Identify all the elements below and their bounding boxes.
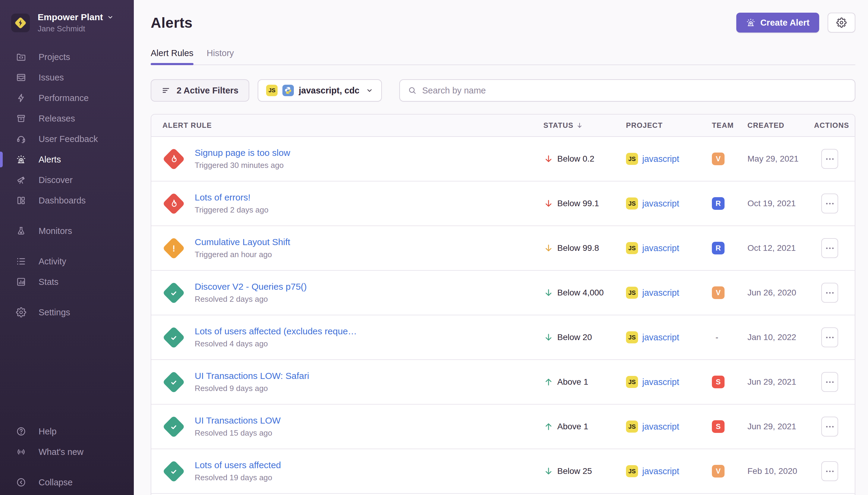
javascript-badge-icon: JS (626, 153, 638, 165)
project-link[interactable]: javascript (642, 422, 679, 432)
chevron-down-icon (107, 14, 114, 21)
sidebar-item-label: User Feedback (39, 134, 98, 144)
alert-rule-link[interactable]: Cumulative Layout Shift (195, 237, 290, 247)
team-badge[interactable]: V (712, 286, 725, 299)
help-icon (16, 426, 26, 437)
sidebar-item-label: Releases (39, 114, 75, 124)
row-actions-button[interactable] (821, 416, 838, 437)
row-actions-button[interactable] (821, 461, 838, 481)
team-badge[interactable]: S (712, 376, 725, 388)
exclamation-icon (169, 243, 179, 253)
settings-button[interactable] (828, 13, 855, 33)
row-actions-button[interactable] (821, 238, 838, 258)
sidebar-item-monitors[interactable]: Monitors (0, 221, 134, 241)
table-row: Signup page is too slowTriggered 30 minu… (151, 137, 855, 182)
search-input[interactable] (422, 86, 847, 96)
sidebar-item-stats[interactable]: Stats (0, 272, 134, 292)
team-cell: R (712, 242, 747, 254)
alert-rule-link[interactable]: UI Transactions LOW (195, 415, 281, 426)
column-header-actions[interactable]: Actions (814, 121, 855, 130)
created-date: Jan 10, 2022 (747, 332, 814, 342)
project-link[interactable]: javascript (642, 377, 679, 387)
status-threshold: Above 1 (557, 422, 588, 431)
alert-rule-link[interactable]: Discover V2 - Queries p75() (195, 281, 307, 292)
project-link[interactable]: javascript (642, 288, 679, 298)
row-actions-button[interactable] (821, 372, 838, 392)
dashboards-icon (16, 195, 26, 206)
fire-icon (169, 154, 179, 164)
org-header[interactable]: Empower Plant Jane Schmidt (0, 0, 134, 33)
table-row: Discover V2 - Queries p75()Resolved 2 da… (151, 271, 855, 315)
chevron-down-icon (366, 86, 374, 95)
alert-rule-link[interactable]: Lots of errors! (195, 192, 268, 203)
status-cell: Below 20 (543, 332, 626, 342)
whatsnew-icon (16, 447, 26, 457)
table-row: Lots of users affectedResolved 19 days a… (151, 449, 855, 494)
sidebar-item-discover[interactable]: Discover (0, 170, 134, 190)
alert-rule-link[interactable]: Lots of users affected (excludes reque… (195, 326, 357, 337)
alert-rules-table: Alert RuleStatusProjectTeamCreatedAction… (151, 114, 855, 495)
project-link[interactable]: javascript (642, 243, 679, 253)
page-title: Alerts (151, 15, 193, 31)
team-badge[interactable]: V (712, 465, 725, 478)
sidebar-item-issues[interactable]: Issues (0, 67, 134, 88)
alert-rule-status-text: Resolved 15 days ago (195, 428, 281, 438)
team-badge[interactable]: R (712, 197, 725, 210)
sidebar-item-dashboards[interactable]: Dashboards (0, 190, 134, 211)
tab-alert-rules[interactable]: Alert Rules (151, 48, 193, 65)
active-filters-button[interactable]: 2 Active Filters (151, 79, 249, 102)
sidebar-item-performance[interactable]: Performance (0, 88, 134, 108)
project-link[interactable]: javascript (642, 199, 679, 209)
severity-resolved-icon (162, 460, 185, 483)
column-header-project[interactable]: Project (626, 121, 712, 130)
status-threshold: Below 99.1 (557, 199, 599, 208)
sidebar-item-alerts[interactable]: Alerts (0, 149, 134, 170)
row-actions-button[interactable] (821, 283, 838, 303)
row-actions-button[interactable] (821, 149, 838, 169)
project-cell: JSjavascript (626, 198, 712, 209)
sidebar-item-collapse[interactable]: Collapse (0, 472, 134, 493)
row-actions-button[interactable] (821, 193, 838, 214)
alert-rule-status-text: Triggered 2 days ago (195, 205, 268, 215)
sidebar-item-user-feedback[interactable]: User Feedback (0, 129, 134, 149)
table-row: Lots of errors!Triggered 2 days agoBelow… (151, 182, 855, 226)
arrow-down-icon (543, 243, 554, 253)
column-header-status[interactable]: Status (543, 121, 626, 130)
column-header-team[interactable]: Team (712, 121, 747, 130)
alert-rule-link[interactable]: Lots of users affected (195, 460, 281, 470)
alert-rule-link[interactable]: Signup page is too slow (195, 148, 290, 158)
arrow-down-icon (543, 466, 554, 476)
project-link[interactable]: javascript (642, 466, 679, 476)
arrow-down-icon (543, 154, 554, 164)
sidebar-item-label: Discover (39, 175, 73, 185)
alert-rule-status-text: Resolved 19 days ago (195, 473, 281, 482)
team-badge[interactable]: S (712, 420, 725, 433)
sidebar-item-label: Stats (39, 277, 58, 287)
team-badge[interactable]: V (712, 153, 725, 165)
status-cell: Above 1 (543, 422, 626, 432)
python-badge-icon (282, 85, 294, 96)
sidebar-item-releases[interactable]: Releases (0, 108, 134, 129)
activity-icon (16, 256, 26, 267)
arrow-down-icon (543, 288, 554, 298)
sidebar-item-activity[interactable]: Activity (0, 251, 134, 272)
sidebar-item-projects[interactable]: Projects (0, 47, 134, 67)
projects-icon (16, 52, 26, 62)
column-header-alert-rule[interactable]: Alert Rule (162, 121, 543, 130)
alert-rule-link[interactable]: UI Transactions LOW: Safari (195, 371, 309, 381)
row-actions-button[interactable] (821, 327, 838, 347)
project-link[interactable]: javascript (642, 154, 679, 164)
sidebar-item-what-s-new[interactable]: What's new (0, 442, 134, 462)
tab-history[interactable]: History (207, 48, 234, 65)
settings-icon (16, 307, 26, 318)
create-alert-button[interactable]: Create Alert (736, 13, 819, 33)
alert-rule-status-text: Resolved 4 days ago (195, 339, 357, 348)
project-filter-dropdown[interactable]: JS javascript, cdc (258, 79, 382, 102)
sidebar-item-settings[interactable]: Settings (0, 302, 134, 323)
sidebar-item-label: Projects (39, 52, 70, 62)
project-link[interactable]: javascript (642, 332, 679, 342)
issues-icon (16, 72, 26, 83)
team-badge[interactable]: R (712, 242, 725, 254)
sidebar-item-help[interactable]: Help (0, 421, 134, 442)
column-header-created[interactable]: Created (747, 121, 814, 130)
